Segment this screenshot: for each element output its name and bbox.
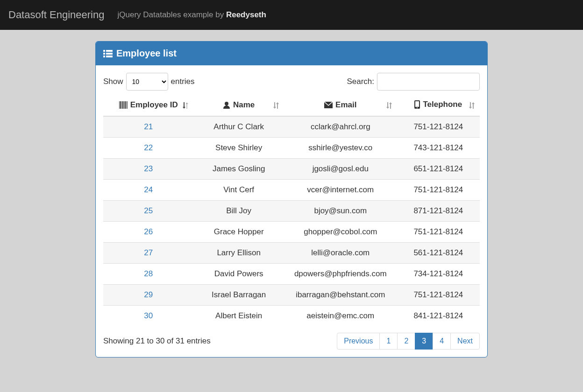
svg-point-18 [225,102,228,105]
cell-email: sshirle@yestev.co [284,138,397,159]
cell-email: ghopper@cobol.com [284,222,397,243]
sort-icon [469,101,475,110]
cell-telephone: 751-121-8124 [397,180,480,201]
col-label: Email [335,100,356,110]
cell-email: jgosli@gosl.edu [284,159,397,180]
cell-telephone: 751-121-8124 [397,116,480,138]
col-header-telephone[interactable]: Telephone [397,95,480,116]
svg-marker-15 [183,107,185,109]
svg-marker-22 [276,102,279,104]
svg-rect-10 [124,101,124,109]
cell-telephone: 751-121-8124 [397,222,480,243]
svg-rect-0 [103,50,105,52]
pagination: Previous1234Next [337,333,480,350]
employee-panel: Employee list Show 10 entries Search: [95,41,488,357]
employee-id-link[interactable]: 28 [144,269,153,278]
svg-rect-29 [415,101,419,107]
svg-marker-17 [185,102,188,104]
cell-id: 22 [103,138,193,159]
cell-email: lelli@oracle.com [284,243,397,264]
table-row: 29Israel Barraganibarragan@behstant.com7… [103,285,480,306]
cell-email: ibarragan@behstant.com [284,285,397,306]
table-row: 22Steve Shirleysshirle@yestev.co743-121-… [103,138,480,159]
svg-rect-12 [126,101,127,109]
table-row: 23James Goslingjgosli@gosl.edu651-121-81… [103,159,480,180]
svg-rect-1 [106,50,113,52]
cell-telephone: 871-121-8124 [397,201,480,222]
user-icon [223,101,230,109]
employee-id-link[interactable]: 26 [144,227,153,236]
cell-name: Albert Eistein [193,306,284,327]
page-length-select[interactable]: 10 [126,73,168,91]
employee-id-link[interactable]: 23 [144,164,153,173]
table-row: 30Albert Eisteinaeistein@emc.com841-121-… [103,306,480,327]
svg-rect-5 [106,56,113,57]
col-header-employee-id[interactable]: Employee ID [103,95,193,116]
cell-id: 26 [103,222,193,243]
page-2[interactable]: 2 [397,333,415,350]
col-header-name[interactable]: Name [193,95,284,116]
table-row: 27Larry Ellisonlelli@oracle.com561-121-8… [103,243,480,264]
svg-marker-25 [386,107,389,109]
sort-icon [386,101,392,110]
employee-id-link[interactable]: 22 [144,143,153,152]
table-info: Showing 21 to 30 of 31 entries [103,336,211,346]
cell-telephone: 561-121-8124 [397,243,480,264]
cell-id: 25 [103,201,193,222]
employee-table: Employee ID [103,95,480,326]
table-row: 21Arthur C Clarkcclark@ahrcl.org751-121-… [103,116,480,138]
cell-name: Steve Shirley [193,138,284,159]
svg-rect-13 [127,101,128,109]
employee-id-link[interactable]: 25 [144,206,153,215]
search-input[interactable] [377,73,480,91]
employee-id-link[interactable]: 29 [144,290,153,299]
cell-id: 21 [103,116,193,138]
barcode-icon [119,101,128,109]
table-row: 28David Powersdpowers@phpfriends.com734-… [103,264,480,285]
cell-id: 28 [103,264,193,285]
cell-email: bjoy@sun.com [284,201,397,222]
table-row: 24Vint Cerfvcer@internet.com751-121-8124 [103,180,480,201]
col-label: Name [233,100,255,110]
table-row: 26Grace Hopperghopper@cobol.com751-121-8… [103,222,480,243]
col-header-email[interactable]: Email [284,95,397,116]
sort-icon [182,101,189,110]
svg-marker-34 [472,102,475,104]
cell-telephone: 651-121-8124 [397,159,480,180]
employee-id-link[interactable]: 24 [144,185,153,194]
page-next[interactable]: Next [450,333,480,350]
navbar: Datasoft Engineering jQuery Datatables e… [0,0,583,30]
cell-id: 24 [103,180,193,201]
brand[interactable]: Datasoft Engineering [8,9,104,21]
svg-rect-6 [119,101,120,109]
col-label: Employee ID [130,100,178,110]
svg-marker-20 [273,107,276,109]
search-control: Search: [347,73,480,91]
employee-id-link[interactable]: 27 [144,248,153,257]
svg-marker-27 [389,102,392,104]
employee-id-link[interactable]: 21 [144,122,153,131]
page-4[interactable]: 4 [433,333,451,350]
cell-email: aeistein@emc.com [284,306,397,327]
svg-marker-32 [469,107,472,109]
search-label: Search: [347,77,374,86]
page-1[interactable]: 1 [379,333,398,350]
table-row: 25Bill Joybjoy@sun.com871-121-8124 [103,201,480,222]
envelope-icon [324,102,333,108]
cell-telephone: 743-121-8124 [397,138,480,159]
sort-icon [273,101,279,110]
page-prev[interactable]: Previous [337,333,380,350]
cell-name: Israel Barragan [193,285,284,306]
page-3[interactable]: 3 [415,333,433,350]
cell-name: David Powers [193,264,284,285]
length-control: Show 10 entries [103,73,195,91]
col-label: Telephone [423,100,462,109]
employee-id-link[interactable]: 30 [144,311,153,320]
cell-id: 30 [103,306,193,327]
cell-email: cclark@ahrcl.org [284,116,397,138]
cell-email: dpowers@phpfriends.com [284,264,397,285]
cell-telephone: 734-121-8124 [397,264,480,285]
cell-id: 29 [103,285,193,306]
panel-heading: Employee list [96,42,487,65]
cell-id: 27 [103,243,193,264]
